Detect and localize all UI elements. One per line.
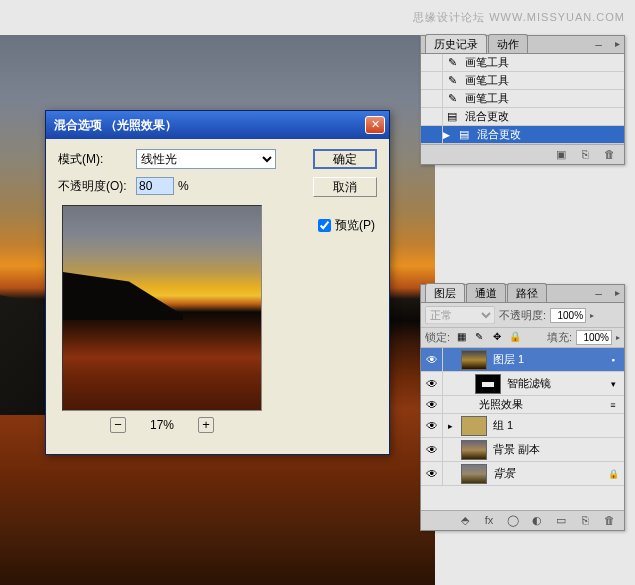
layers-panel: 图层 通道 路径 – ▸ 正常 不透明度: 100% ▸ 锁定: ▦ ✎ ✥ 🔒…	[420, 284, 625, 531]
preview-checkbox[interactable]: 预览(P)	[318, 217, 375, 234]
panel-menu-icon[interactable]: ▸	[615, 287, 620, 298]
effect-options-icon[interactable]: ≡	[602, 400, 624, 410]
adjustment-icon[interactable]: ◐	[530, 514, 544, 528]
zoom-percent: 17%	[150, 418, 174, 432]
lock-brush-icon[interactable]: ✎	[472, 331, 486, 345]
close-icon[interactable]: ✕	[365, 116, 385, 134]
chevron-right-icon[interactable]: ▸	[590, 311, 594, 320]
visibility-icon[interactable]: 👁	[421, 462, 443, 485]
ok-button[interactable]: 确定	[313, 149, 377, 169]
mode-select[interactable]: 线性光	[136, 149, 276, 169]
minimize-icon[interactable]: –	[595, 38, 602, 52]
panel-menu-icon[interactable]: ▸	[615, 38, 620, 49]
opacity-label: 不透明度:	[499, 308, 546, 323]
camera-icon[interactable]: ▣	[554, 148, 568, 162]
chevron-right-icon[interactable]: ▸	[616, 333, 620, 342]
folder-icon[interactable]: ▭	[554, 514, 568, 528]
minimize-icon[interactable]: –	[595, 287, 602, 301]
lock-all-icon[interactable]: 🔒	[508, 331, 522, 345]
effect-name[interactable]: 光照效果	[443, 397, 602, 412]
visibility-icon[interactable]: 👁	[421, 438, 443, 461]
dialog-title: 混合选项 （光照效果）	[54, 117, 365, 134]
brush-icon: ✎	[443, 74, 461, 87]
history-label: 混合更改	[473, 127, 521, 142]
lock-icon: 🔒	[602, 469, 624, 479]
layer-row[interactable]: 👁 背景 🔒	[421, 462, 624, 486]
document-icon: ▤	[455, 128, 473, 141]
lock-label: 锁定:	[425, 330, 450, 345]
watermark-text: 思缘设计论坛 WWW.MISSYUAN.COM	[413, 10, 625, 25]
layer-name[interactable]: 组 1	[491, 418, 624, 433]
chevron-right-icon[interactable]: ▸	[443, 421, 457, 431]
new-layer-icon[interactable]: ⎘	[578, 514, 592, 528]
layer-effect-row[interactable]: 👁 光照效果 ≡	[421, 396, 624, 414]
mode-label: 模式(M):	[58, 151, 136, 168]
mask-icon[interactable]: ◯	[506, 514, 520, 528]
layer-name[interactable]: 智能滤镜	[505, 376, 602, 391]
percent-sign: %	[178, 179, 189, 193]
fill-label: 填充:	[547, 330, 572, 345]
preview-label: 预览(P)	[335, 217, 375, 234]
visibility-icon[interactable]: 👁	[421, 372, 443, 395]
tab-layers[interactable]: 图层	[425, 283, 465, 302]
zoom-in-button[interactable]: +	[198, 417, 214, 433]
zoom-out-button[interactable]: −	[110, 417, 126, 433]
layer-row[interactable]: 👁 智能滤镜 ▾	[421, 372, 624, 396]
layer-thumbnail[interactable]	[461, 464, 487, 484]
history-label: 混合更改	[461, 109, 509, 124]
layer-thumbnail[interactable]	[461, 440, 487, 460]
smart-object-icon[interactable]: ▪	[602, 355, 624, 365]
history-row[interactable]: ✎画笔工具	[421, 90, 624, 108]
layer-name[interactable]: 背景 副本	[491, 442, 624, 457]
layer-name[interactable]: 背景	[491, 466, 602, 481]
chevron-down-icon[interactable]: ▾	[602, 379, 624, 389]
fill-value[interactable]: 100%	[576, 330, 612, 345]
tab-actions[interactable]: 动作	[488, 34, 528, 53]
opacity-input[interactable]	[136, 177, 174, 195]
layer-row[interactable]: 👁 背景 副本	[421, 438, 624, 462]
link-icon[interactable]: ⬘	[458, 514, 472, 528]
layer-name[interactable]: 图层 1	[491, 352, 602, 367]
preview-check-input[interactable]	[318, 219, 331, 232]
history-row[interactable]: ✎画笔工具	[421, 72, 624, 90]
history-label: 画笔工具	[461, 73, 509, 88]
brush-icon: ✎	[443, 92, 461, 105]
lock-move-icon[interactable]: ✥	[490, 331, 504, 345]
layer-thumbnail[interactable]	[475, 374, 501, 394]
history-row[interactable]: ▶▤混合更改	[421, 126, 624, 144]
opacity-label: 不透明度(O):	[58, 178, 136, 195]
visibility-icon[interactable]: 👁	[421, 348, 443, 371]
brush-icon: ✎	[443, 56, 461, 69]
visibility-icon[interactable]: 👁	[421, 414, 443, 437]
folder-icon[interactable]	[461, 416, 487, 436]
history-row[interactable]: ▤混合更改	[421, 108, 624, 126]
tab-paths[interactable]: 路径	[507, 283, 547, 302]
document-icon: ▤	[443, 110, 461, 123]
current-arrow-icon: ▶	[443, 130, 455, 140]
layer-row[interactable]: 👁 图层 1 ▪	[421, 348, 624, 372]
history-row[interactable]: ✎画笔工具	[421, 54, 624, 72]
layer-group-row[interactable]: 👁 ▸ 组 1	[421, 414, 624, 438]
new-snapshot-icon[interactable]: ⎘	[578, 148, 592, 162]
blend-mode-select[interactable]: 正常	[425, 306, 495, 324]
layer-thumbnail[interactable]	[461, 350, 487, 370]
cancel-button[interactable]: 取消	[313, 177, 377, 197]
tab-channels[interactable]: 通道	[466, 283, 506, 302]
history-label: 画笔工具	[461, 91, 509, 106]
history-label: 画笔工具	[461, 55, 509, 70]
thumb-mountain	[63, 272, 183, 320]
lock-transparent-icon[interactable]: ▦	[454, 331, 468, 345]
layer-list: 👁 图层 1 ▪ 👁 智能滤镜 ▾ 👁 光照效果 ≡ 👁 ▸ 组 1 👁	[421, 348, 624, 510]
fx-icon[interactable]: fx	[482, 514, 496, 528]
history-panel: 历史记录 动作 – ▸ ✎画笔工具 ✎画笔工具 ✎画笔工具 ▤混合更改 ▶▤混合…	[420, 35, 625, 165]
history-list: ✎画笔工具 ✎画笔工具 ✎画笔工具 ▤混合更改 ▶▤混合更改	[421, 54, 624, 144]
opacity-value[interactable]: 100%	[550, 308, 586, 323]
trash-icon[interactable]: 🗑	[602, 148, 616, 162]
layer-empty-area[interactable]	[421, 486, 624, 510]
preview-thumbnail[interactable]	[62, 205, 262, 411]
trash-icon[interactable]: 🗑	[602, 514, 616, 528]
blend-options-dialog: 混合选项 （光照效果） ✕ 模式(M): 线性光 不透明度(O): % 确定 取…	[45, 110, 390, 455]
tab-history[interactable]: 历史记录	[425, 34, 487, 53]
visibility-icon[interactable]: 👁	[421, 396, 443, 413]
dialog-titlebar[interactable]: 混合选项 （光照效果） ✕	[46, 111, 389, 139]
